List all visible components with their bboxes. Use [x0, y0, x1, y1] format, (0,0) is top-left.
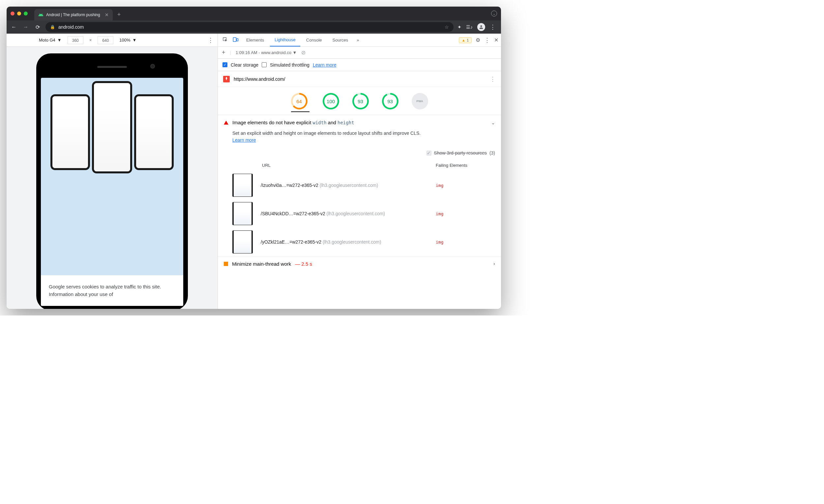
- browser-menu[interactable]: ⋮: [490, 23, 496, 31]
- report-selector[interactable]: 1:09:16 AM - www.android.co ▼: [236, 50, 297, 55]
- close-window[interactable]: [11, 11, 14, 15]
- device-toggle-icon[interactable]: [231, 36, 240, 43]
- clear-icon[interactable]: ⊘: [301, 49, 306, 56]
- minimize-window[interactable]: [17, 11, 21, 15]
- cookie-banner: Google serves cookies to analyze traffic…: [41, 275, 183, 306]
- audit-learn-more[interactable]: Learn more: [232, 137, 256, 143]
- score-pwa[interactable]: PWA: [412, 93, 428, 109]
- tab-sources[interactable]: Sources: [328, 34, 353, 46]
- device-menu[interactable]: ⋮: [208, 36, 214, 44]
- back-button[interactable]: ←: [10, 24, 18, 30]
- reading-list-icon[interactable]: ☰♪: [466, 24, 473, 30]
- url-field[interactable]: 🔒 android.com ☆: [45, 22, 453, 32]
- browser-window: Android | The platform pushing ✕ + ⌄ ← →…: [7, 7, 501, 309]
- devtools-tabs: Elements Lighthouse Console Sources » ▲1…: [218, 34, 501, 47]
- svg-rect-3: [237, 38, 238, 41]
- new-report-button[interactable]: +: [222, 49, 225, 56]
- warn-icon: [224, 262, 228, 266]
- table-row: /Izuohvi0a…=w272-e365-v2 (lh3.googleuser…: [232, 171, 495, 199]
- device-toolbar: Moto G4 ▼ 360 × 640 100% ▼ ⋮: [7, 34, 217, 47]
- address-bar: ← → ⟳ 🔒 android.com ☆ ✦ ☰♪ ⋮: [7, 20, 501, 34]
- close-tab-icon[interactable]: ✕: [105, 12, 109, 17]
- col-failing: Failing Elements: [436, 163, 495, 168]
- clear-storage-checkbox[interactable]: ✓: [222, 62, 227, 67]
- audit-image-dimensions: Image elements do not have explicit widt…: [218, 115, 501, 256]
- tab-lighthouse[interactable]: Lighthouse: [270, 34, 300, 46]
- lighthouse-scores: 64 100 93 93 PWA: [218, 87, 501, 115]
- forward-button[interactable]: →: [22, 24, 30, 30]
- third-party-toggle: ✓ Show 3rd-party resources (3): [218, 148, 501, 160]
- devtools-menu[interactable]: ⋮: [484, 36, 490, 44]
- lighthouse-toolbar: + | 1:09:16 AM - www.android.co ▼ ⊘: [218, 47, 501, 59]
- mock-phone-left: [50, 94, 90, 170]
- col-url: URL: [262, 163, 436, 168]
- learn-more-link[interactable]: Learn more: [313, 62, 336, 68]
- thumbnail: [232, 230, 253, 254]
- tab-menu-button[interactable]: ⌄: [491, 11, 497, 16]
- url-text: android.com: [58, 24, 84, 30]
- profile-avatar[interactable]: [477, 23, 485, 31]
- traffic-lights: [11, 11, 28, 15]
- table-row: /SBU4NckDD…=w272-e365-v2 (lh3.googleuser…: [232, 199, 495, 228]
- report-menu[interactable]: ⋮: [490, 76, 496, 83]
- tab-title: Android | The platform pushing: [46, 12, 100, 17]
- phone-screen: Google serves cookies to analyze traffic…: [41, 78, 183, 306]
- svg-rect-2: [233, 37, 236, 41]
- chevron-up-icon: ⌃: [491, 120, 495, 125]
- mock-phone-center: [92, 81, 132, 173]
- score-best-practices[interactable]: 93: [352, 93, 369, 109]
- new-tab-button[interactable]: +: [117, 11, 121, 18]
- audit-description: Set an explicit width and height on imag…: [218, 130, 501, 148]
- bookmark-icon[interactable]: ☆: [445, 24, 449, 30]
- devtools-pane: Elements Lighthouse Console Sources » ▲1…: [217, 34, 501, 309]
- tab-console[interactable]: Console: [302, 34, 327, 46]
- lock-icon: 🔒: [50, 25, 55, 29]
- score-performance[interactable]: 64: [291, 93, 308, 109]
- inspect-icon[interactable]: [220, 37, 230, 43]
- fail-icon: [224, 121, 228, 125]
- lighthouse-options: ✓ Clear storage Simulated throttling Lea…: [218, 59, 501, 71]
- throttling-checkbox[interactable]: [262, 62, 267, 67]
- chevron-down-icon: ⌃: [491, 262, 496, 266]
- android-icon: [38, 12, 43, 17]
- audit-table: URLFailing Elements /Izuohvi0a…=w272-e36…: [218, 160, 501, 256]
- tab-elements[interactable]: Elements: [241, 34, 269, 46]
- lighthouse-icon: [223, 76, 230, 82]
- mock-phone-right: [134, 94, 174, 170]
- warning-badge[interactable]: ▲1: [459, 37, 472, 43]
- table-row: /yOZkl21aE…=w272-e365-v2 (lh3.googleuser…: [232, 228, 495, 256]
- thumbnail: [232, 202, 253, 225]
- audit-header[interactable]: Image elements do not have explicit widt…: [218, 115, 501, 130]
- device-preview-pane: Moto G4 ▼ 360 × 640 100% ▼ ⋮ Google serv…: [7, 34, 217, 309]
- settings-icon[interactable]: ⚙: [476, 37, 480, 43]
- browser-tab[interactable]: Android | The platform pushing ✕: [34, 9, 113, 20]
- extensions-icon[interactable]: ✦: [457, 24, 461, 30]
- score-seo[interactable]: 93: [382, 93, 399, 109]
- phone-frame: Google serves cookies to analyze traffic…: [36, 54, 188, 309]
- toolbar-right: ✦ ☰♪ ⋮: [457, 23, 498, 31]
- more-tabs-icon[interactable]: »: [354, 37, 362, 42]
- device-selector[interactable]: Moto G4 ▼: [39, 37, 62, 42]
- window-titlebar: Android | The platform pushing ✕ + ⌄: [7, 7, 501, 20]
- audited-url-row: https://www.android.com/ ⋮: [218, 71, 501, 87]
- third-party-checkbox[interactable]: ✓: [426, 150, 431, 156]
- zoom-selector[interactable]: 100% ▼: [119, 37, 136, 42]
- score-accessibility[interactable]: 100: [323, 93, 339, 109]
- third-party-label: Show 3rd-party resources: [434, 150, 487, 156]
- clear-storage-label: Clear storage: [231, 62, 259, 68]
- maximize-window[interactable]: [24, 11, 28, 15]
- close-devtools-icon[interactable]: ✕: [494, 37, 498, 43]
- device-viewport[interactable]: Google serves cookies to analyze traffic…: [7, 47, 217, 309]
- thumbnail: [232, 174, 253, 197]
- svg-point-0: [480, 25, 482, 27]
- width-input[interactable]: 360: [68, 36, 83, 44]
- throttling-label: Simulated throttling: [270, 62, 309, 68]
- reload-button[interactable]: ⟳: [34, 24, 41, 30]
- audit-main-thread[interactable]: Minimize main-thread work — 2.5 s ⌃: [218, 256, 501, 271]
- height-input[interactable]: 640: [98, 36, 113, 44]
- audited-url: https://www.android.com/: [234, 77, 285, 82]
